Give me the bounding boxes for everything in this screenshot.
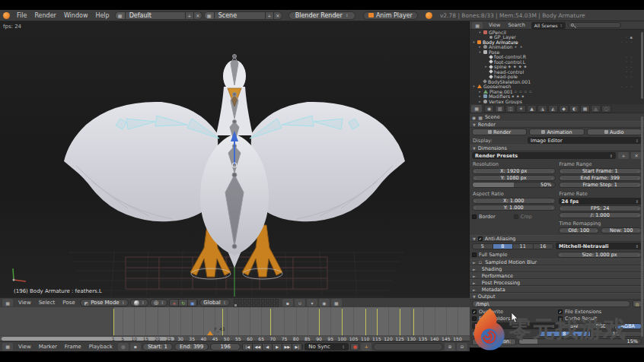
outliner-row-label[interactable]: Vertex Groups: [489, 99, 522, 104]
translate-manipulator-button[interactable]: +: [170, 300, 179, 306]
mode-dropdown[interactable]: ◩ Pose Mode ↕: [80, 299, 128, 306]
antialiasing-checkbox[interactable]: ✓: [478, 237, 483, 241]
menu-item[interactable]: Render: [30, 12, 59, 19]
keyframe-line[interactable]: [413, 309, 414, 335]
full-sample-checkbox[interactable]: Full Sample: [472, 252, 555, 258]
resolution-scale-slider[interactable]: 50%: [472, 182, 556, 188]
keying-set-field[interactable]: [373, 343, 443, 351]
viewport-canvas[interactable]: [0, 21, 470, 297]
keyframe-line[interactable]: [113, 309, 114, 335]
record-button[interactable]: ●: [350, 343, 359, 351]
lock-time-button[interactable]: ▪: [130, 343, 141, 351]
expand-icon[interactable]: ▸: [478, 94, 482, 98]
layers-widget[interactable]: [234, 299, 279, 307]
outliner-editor-type-button[interactable]: ▦: [472, 22, 483, 29]
border-checkbox[interactable]: Border: [472, 214, 514, 220]
outliner-menu-item[interactable]: View: [485, 22, 504, 28]
depth-8-button[interactable]: 8: [539, 332, 591, 336]
editor-type-button[interactable]: ▦: [2, 299, 13, 306]
depth-16-button[interactable]: 16: [591, 332, 642, 336]
render-button[interactable]: Render: [472, 129, 527, 135]
properties-tab[interactable]: ◫: [505, 105, 515, 113]
start-frame-field-props[interactable]: Start Frame: 1: [559, 168, 642, 174]
resolution-y-field[interactable]: Y: 1080 px: [472, 175, 556, 181]
insert-keyframe-button[interactable]: ⊕: [445, 343, 455, 351]
expand-icon[interactable]: ▾: [472, 84, 476, 88]
aa-sample-5[interactable]: 5: [473, 244, 493, 249]
outliner-menu-item[interactable]: Search: [504, 22, 528, 28]
expand-icon[interactable]: ▾: [478, 30, 482, 34]
start-frame-field[interactable]: Start: 1: [142, 343, 173, 351]
keyframe-line[interactable]: [319, 309, 320, 335]
delete-layout-button[interactable]: ✕: [193, 12, 202, 19]
collapsed-panel-header[interactable]: ► Performance: [470, 272, 644, 279]
snap-target-dropdown[interactable]: ▾: [307, 299, 317, 306]
scale-manipulator-button[interactable]: ▣: [188, 300, 197, 306]
snap-magnet-icon[interactable]: ∪: [295, 299, 305, 306]
shading-dropdown[interactable]: ↕: [130, 299, 148, 306]
render-engine-dropdown[interactable]: Blender Render ↕: [289, 11, 355, 20]
scene-selector[interactable]: ▦ Scene + ✕: [204, 11, 282, 20]
menu-item[interactable]: Help: [91, 12, 113, 19]
expand-icon[interactable]: ▸: [478, 90, 482, 94]
aa-sample-11[interactable]: 11: [513, 244, 534, 249]
preset-remove-button[interactable]: ✕: [631, 152, 642, 159]
timeline-area[interactable]: F_43: [0, 307, 470, 335]
aspect-y-field[interactable]: Y: 1.000: [472, 205, 556, 211]
expand-icon[interactable]: ▸: [478, 45, 482, 49]
end-frame-field-props[interactable]: End Frame: 399: [559, 175, 642, 181]
aa-size-field[interactable]: Size: 1.000 px: [557, 252, 642, 258]
jump-to-start-button[interactable]: |◀: [243, 344, 253, 350]
properties-tab[interactable]: ▥: [495, 105, 505, 113]
timeline-menu-item[interactable]: Marker: [35, 344, 61, 350]
keyframe-line[interactable]: [342, 309, 343, 335]
rotate-manipulator-button[interactable]: ↻: [179, 300, 188, 306]
collapsed-panel-header[interactable]: ► Post Processing: [470, 279, 644, 286]
restriction-toggles[interactable]: ◦ ◦: [626, 69, 634, 74]
aa-filter-dropdown[interactable]: Mitchell-Netravali ↕: [556, 243, 642, 249]
outliner-row[interactable]: ▸ Vertex Groups: [470, 99, 644, 104]
fps-base-field[interactable]: /: 1.000: [559, 212, 642, 218]
timeline-menu-item[interactable]: View: [14, 344, 35, 350]
keyframe-line[interactable]: [365, 309, 366, 335]
render-panel-header[interactable]: ▼ Render: [470, 121, 644, 128]
timeline-menu-item[interactable]: Frame: [61, 344, 85, 350]
preset-add-button[interactable]: +: [618, 152, 629, 159]
pivot-dropdown[interactable]: ◎↕: [150, 299, 167, 306]
restriction-toggles[interactable]: ◦ ◦: [626, 75, 634, 79]
collapsed-panel-header[interactable]: ► Shading: [470, 265, 644, 272]
collapsed-panel-header[interactable]: ► Metadata: [470, 286, 644, 293]
play-reverse-button[interactable]: ◀: [263, 344, 273, 350]
outliner-scrollbar[interactable]: [641, 32, 643, 99]
viewport-3d[interactable]: fps: 24 (196) Body Armature : feathers.L: [0, 21, 470, 297]
timeline-ruler[interactable]: 1510152025303540455055606570758085909510…: [0, 335, 470, 341]
compression-slider[interactable]: 15%: [518, 338, 642, 345]
keyframe-line[interactable]: [377, 309, 378, 335]
restriction-toggles[interactable]: ◦ ▪: [625, 35, 633, 40]
keyframe-line[interactable]: [400, 309, 400, 335]
panel-checkbox[interactable]: ▫: [478, 259, 483, 265]
aspect-x-field[interactable]: X: 1.000: [472, 198, 556, 204]
outliner-display-dropdown[interactable]: All Scenes ↕: [531, 22, 566, 29]
use-preview-range-button[interactable]: ◎: [118, 343, 129, 351]
properties-editor-type-button[interactable]: ▦: [471, 105, 482, 113]
expand-icon[interactable]: ▸: [484, 65, 488, 68]
anim-player-button[interactable]: Anim Player: [363, 11, 418, 20]
orientation-dropdown[interactable]: Global ↕: [199, 299, 230, 306]
restriction-toggles[interactable]: ◦ ◦: [626, 65, 634, 69]
collapsed-panel-header[interactable]: ► Bake: [470, 345, 644, 348]
fps-field[interactable]: FPS: 24: [559, 205, 642, 211]
delete-scene-button[interactable]: ✕: [273, 12, 282, 19]
left-wing[interactable]: [64, 102, 218, 221]
timeline-menu-item[interactable]: Playback: [85, 344, 116, 350]
scene-selector-value[interactable]: Scene: [215, 12, 265, 19]
properties-tab[interactable]: ◭: [548, 105, 558, 113]
properties-scrollbar[interactable]: [641, 116, 643, 337]
aa-sample-16[interactable]: 16: [534, 244, 553, 249]
sync-dropdown[interactable]: No Sync ↕: [304, 343, 349, 351]
time-remap-new-field[interactable]: New: 100: [601, 227, 642, 233]
output-panel-header[interactable]: ▼ Output: [470, 293, 644, 300]
timeline-editor-type-button[interactable]: ▦: [2, 343, 13, 351]
channel-rgba-button[interactable]: RGBA: [615, 324, 641, 329]
jump-next-keyframe-button[interactable]: ▶▶: [282, 344, 292, 350]
